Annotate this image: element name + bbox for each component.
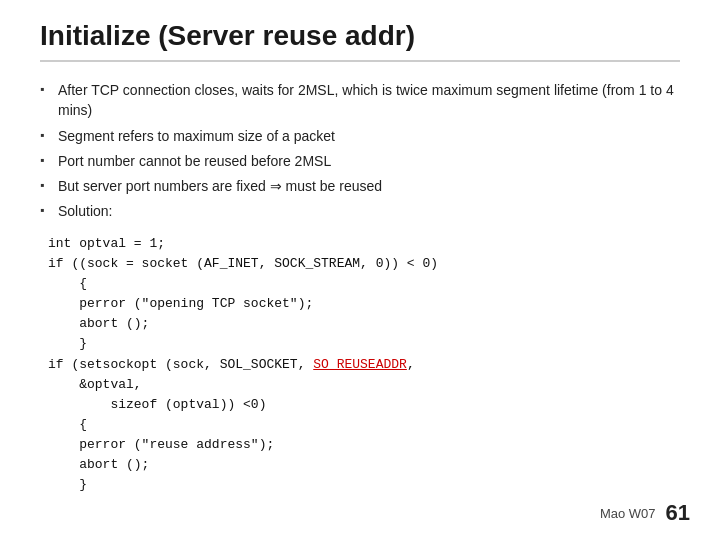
code-highlight: SO_REUSEADDR <box>313 357 407 372</box>
bullet-item-2: Segment refers to maximum size of a pack… <box>40 126 680 146</box>
code-line: } <box>48 475 680 495</box>
code-line: { <box>48 415 680 435</box>
slide: Initialize (Server reuse addr) After TCP… <box>0 0 720 540</box>
footer-page: 61 <box>666 500 690 526</box>
code-line: } <box>48 334 680 354</box>
bullet-item-4: But server port numbers are fixed ⇒ must… <box>40 176 680 196</box>
code-block: int optval = 1;if ((sock = socket (AF_IN… <box>48 234 680 496</box>
code-line: sizeof (optval)) <0) <box>48 395 680 415</box>
footer: Mao W07 61 <box>600 500 690 526</box>
code-line: perror ("reuse address"); <box>48 435 680 455</box>
code-line: if ((sock = socket (AF_INET, SOCK_STREAM… <box>48 254 680 274</box>
code-line: abort (); <box>48 314 680 334</box>
code-line: abort (); <box>48 455 680 475</box>
code-line: &optval, <box>48 375 680 395</box>
code-line: perror ("opening TCP socket"); <box>48 294 680 314</box>
bullet-list: After TCP connection closes, waits for 2… <box>40 80 680 222</box>
footer-label: Mao W07 <box>600 506 656 521</box>
bullet-item-3: Port number cannot be reused before 2MSL <box>40 151 680 171</box>
code-line: if (setsockopt (sock, SOL_SOCKET, SO_REU… <box>48 355 680 375</box>
slide-title: Initialize (Server reuse addr) <box>40 20 680 62</box>
code-line: int optval = 1; <box>48 234 680 254</box>
bullet-item-5: Solution: <box>40 201 680 221</box>
code-line: { <box>48 274 680 294</box>
bullet-item-1: After TCP connection closes, waits for 2… <box>40 80 680 121</box>
